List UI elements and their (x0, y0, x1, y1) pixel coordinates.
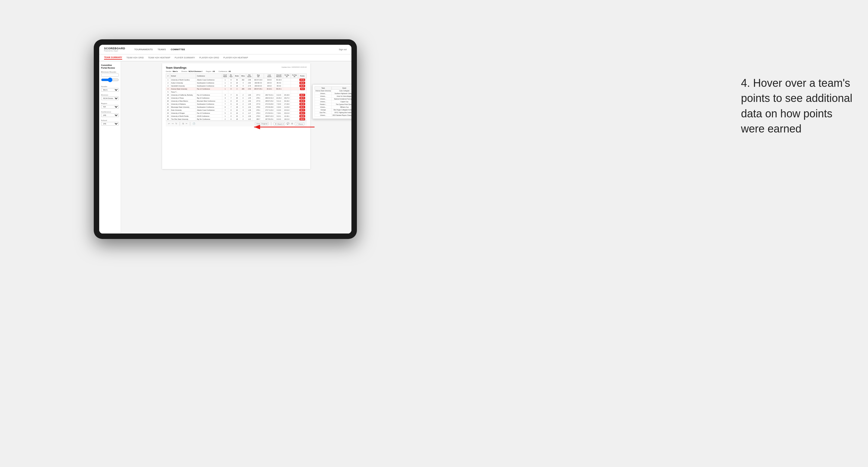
tab-player-summary[interactable]: PLAYER SUMMARY (175, 56, 195, 59)
report-page: Team Standings Update time: 13/03/2024 1… (162, 63, 310, 169)
toolbar-separator-2 (190, 122, 190, 126)
sidebar-label-school: School (101, 120, 119, 121)
main-nav: TOURNAMENTS TEAMS COMMITTEE (134, 48, 333, 52)
minimum-rounds-input[interactable] (101, 73, 119, 76)
tablet-shell: SCOREBOARD Powered by clippd TOURNAMENTS… (94, 39, 357, 239)
sidebar: CommitteePortal Review Minimum Rounds Ge… (99, 61, 121, 234)
filter-conference-value: All (229, 70, 231, 72)
filter-region: Region: All (206, 70, 215, 72)
col-adj-score: Adj.Score (246, 74, 253, 78)
gender-select[interactable]: Men's Women's (101, 88, 119, 92)
table-row: 23 Duke University Atlantic Coast Confer… (166, 108, 307, 112)
tooltip-row: Univers... National Invitational Tournam… (315, 98, 352, 100)
tooltip-col-team: Team (315, 87, 332, 90)
points-value[interactable]: 97.02 (300, 79, 305, 81)
points-value[interactable]: 88.07 (300, 94, 305, 96)
division-select[interactable]: NCAA Division I (101, 96, 119, 100)
points-value[interactable]: 88.70 (300, 97, 305, 99)
report-title: Team Standings (166, 66, 187, 69)
tab-team-summary[interactable]: TEAM SUMMARY (104, 56, 122, 60)
col-overall-record: OverallRecord (275, 74, 283, 78)
table-row: 24 University of Oregon Pac-12 Conferenc… (166, 112, 307, 115)
app-logo: SCOREBOARD (104, 47, 125, 50)
app-logo-sub: Powered by clippd (104, 50, 118, 52)
table-row: 25 University of North Florida ASUN Conf… (166, 115, 307, 118)
col-bnds: Bnds (234, 74, 240, 78)
region-select[interactable]: N/A (101, 105, 119, 108)
tooltip-row: Univers... Copper Cup NCAA Division I Ma… (315, 100, 352, 103)
filter-gender: Gender: Men's (166, 70, 178, 72)
filter-gender-value: Men's (173, 70, 178, 72)
tablet-screen: SCOREBOARD Powered by clippd TOURNAMENTS… (99, 45, 351, 234)
points-value[interactable]: 88.99 (300, 115, 305, 117)
nav-tournaments[interactable]: TOURNAMENTS (134, 48, 153, 52)
col-conference: Conference (196, 74, 222, 78)
sidebar-section-conference: Conference (All) (101, 111, 119, 117)
toolbar-separator (180, 122, 180, 126)
col-rank: # (166, 74, 170, 78)
table-row: 19 University of Texas Big 12 Conference… (166, 96, 307, 99)
filter-division-label: Division: (182, 70, 188, 72)
sign-out-link[interactable]: Sign out (339, 49, 347, 51)
table-row: 3 Vanderbilt University Southeastern Con… (166, 84, 307, 87)
tooltip-row: Arizona State University Cabo Collegiate… (315, 90, 352, 92)
sidebar-title: CommitteePortal Review (101, 64, 119, 69)
undo-icon[interactable]: ↩ (168, 123, 170, 125)
refresh-icon[interactable]: ↻ (176, 123, 177, 125)
tab-player-h2h-heatmap[interactable]: PLAYER H2H HEATMAP (223, 56, 248, 59)
filter-division-value: NCAA Division I (188, 70, 202, 72)
sidebar-label-division: Division (101, 94, 119, 96)
col-points: Points (298, 74, 307, 78)
redo-icon[interactable]: ↪ (172, 123, 174, 125)
filter-region-value: All (213, 70, 215, 72)
conference-name: Atlantic Coast Conference (196, 78, 222, 81)
points-value[interactable]: 88.14 (300, 112, 305, 114)
col-vs-top-25: Vs Top25 (283, 74, 291, 78)
table-row: 2 Auburn University Southeastern Confere… (166, 81, 307, 84)
points-value[interactable]: 93.31 (300, 82, 305, 84)
points-value[interactable]: 90.20 (300, 85, 305, 87)
school-select[interactable]: (All) (101, 122, 119, 126)
report-title-section: Team Standings (166, 66, 187, 69)
tooltip-row: Univers... 2023 Sahalee Players Champion… (315, 114, 352, 117)
sidebar-section-gender: Gender Men's Women's (101, 86, 119, 92)
tab-team-h2h-grid[interactable]: TEAM H2H GRID (126, 56, 144, 59)
table-row: 21 University of Alabama Southeastern Co… (166, 102, 307, 105)
table-row: 5 Texas T... (166, 90, 307, 93)
clock-icon[interactable]: 🕐 (193, 123, 195, 125)
filter-region-label: Region: (206, 70, 212, 72)
tooltip-row: Univers... Williams Cup NCAA Division I … (315, 106, 352, 108)
highlighted-table-row: 4 Arizona State University Pac-12 Confer… (166, 87, 307, 90)
filter-gender-label: Gender: (166, 70, 172, 72)
filter-conference-label: Conference: (219, 70, 228, 72)
col-wins: Wins (240, 74, 246, 78)
tab-team-h2h-heatmap[interactable]: TEAM H2H HEATMAP (148, 56, 170, 59)
tooltip-row: East Ten... OFCC Fighting Illini Invitat… (315, 111, 352, 114)
tooltip-row: Georgia Ben Hogan Collegiate Invitationa… (315, 108, 352, 111)
conference-select[interactable]: (All) (101, 114, 119, 117)
tooltip-row: Univers... Southern Highlands Collegiate… (315, 92, 352, 95)
nav-committee[interactable]: COMMITTEE (170, 48, 185, 52)
points-tooltip: Team Event Event Division Event Type Rou… (312, 84, 351, 119)
tab-player-h2h-grid[interactable]: PLAYER H2H GRID (199, 56, 219, 59)
col-school: School (170, 74, 196, 78)
tooltip-row: Florida I... The Cypress Point Classic N… (315, 103, 352, 106)
sidebar-label-gender: Gender (101, 86, 119, 87)
highlighted-points-value[interactable]: 79.5 (300, 88, 305, 90)
cut-icon[interactable]: ✂ (186, 123, 187, 125)
minimum-rounds-input2[interactable] (101, 77, 119, 83)
filter-division: Division: NCAA Division I (182, 70, 202, 72)
copy-icon[interactable]: ⧉ (182, 123, 184, 125)
sidebar-section-rounds: Minimum Rounds (101, 71, 119, 83)
points-value[interactable]: 88.48 (300, 103, 305, 105)
points-value[interactable]: 88.49 (300, 100, 305, 102)
points-value[interactable]: 88.41 (300, 106, 305, 108)
points-value[interactable]: 88.71 (300, 109, 305, 111)
col-avg-sg: AvgSG (253, 74, 264, 78)
table-row: 1 University of North Carolina Atlantic … (166, 78, 307, 81)
main-content: CommitteePortal Review Minimum Rounds Ge… (99, 61, 351, 234)
nav-teams[interactable]: TEAMS (158, 48, 166, 52)
sidebar-label-conference: Conference (101, 111, 119, 113)
filter-conference: Conference: All (219, 70, 231, 72)
tooltip-col-event: Event (332, 87, 351, 90)
